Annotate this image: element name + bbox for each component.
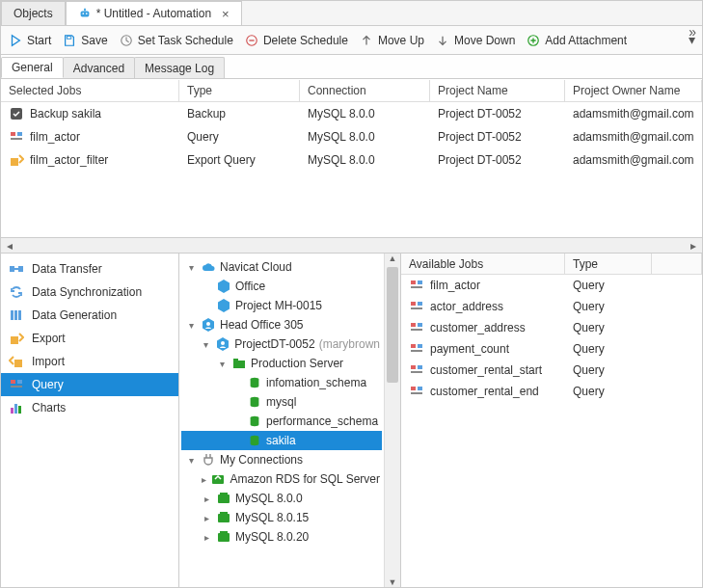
tree-node[interactable]: ▸MySQL 8.0.20 [181,527,382,547]
tree-node[interactable]: ▸MySQL 8.0.15 [181,508,382,527]
expand-icon[interactable]: ▾ [185,320,197,331]
server-icon [216,510,231,525]
tree-node[interactable]: infomation_schema [181,373,382,392]
category-label: Query [32,378,64,391]
save-button[interactable]: Save [63,34,107,47]
export-icon [9,331,24,346]
job-type: Backup [179,104,300,123]
col-connection[interactable]: Connection [300,80,430,101]
horizontal-scrollbar[interactable]: ◂ ▸ [1,237,702,254]
svg-rect-50 [411,344,416,348]
category-query[interactable]: Query [1,373,178,396]
expand-icon[interactable]: ▾ [185,455,197,466]
tree-node[interactable]: ▾Navicat Cloud [181,257,382,277]
expand-icon[interactable]: ▸ [201,513,212,523]
table-row[interactable]: film_actorQueryMySQL 8.0.0Project DT-005… [1,125,702,148]
list-item[interactable]: film_actorQuery [401,275,702,296]
add-attachment-button[interactable]: Add Attachment [527,34,627,47]
set-schedule-button[interactable]: Set Task Schedule [120,34,233,47]
available-jobs-panel: Available Jobs Type film_actorQueryactor… [401,254,702,587]
col-selected-jobs[interactable]: Selected Jobs [1,80,179,101]
svg-rect-18 [11,336,18,344]
svg-rect-28 [233,361,245,368]
tree-node[interactable]: Office [181,277,382,296]
tree-node[interactable]: ▸MySQL 8.0.0 [181,489,382,508]
list-item[interactable]: customer_rental_startQuery [401,360,702,381]
col-project-owner[interactable]: Project Owner Name [565,80,702,101]
tab-automation[interactable]: * Untitled - Automation × [66,1,242,25]
category-export[interactable]: Export [1,327,178,350]
category-label: Charts [32,401,66,414]
query-icon [409,384,424,399]
tree-label: Amazon RDS for SQL Server [230,472,380,486]
category-import[interactable]: Import [1,350,178,373]
tree-node[interactable]: Project MH-0015 [181,296,382,315]
gen-icon [9,307,24,323]
tree-node[interactable]: ▾ProjectDT-0052 (marybrown [181,334,382,354]
tree-node[interactable]: ▸Amazon RDS for SQL Server [181,469,382,489]
svg-rect-13 [10,266,14,272]
tree-node[interactable]: performance_schema [181,412,382,431]
tab-general[interactable]: General [1,57,64,78]
arrow-down-icon [436,34,449,47]
query-icon [409,278,424,293]
list-item[interactable]: customer_rental_endQuery [401,381,702,402]
col-type[interactable]: Type [179,80,300,101]
job-label: film_actor_filter [30,153,108,167]
save-label: Save [81,34,107,47]
tree-node[interactable]: ▾My Connections [181,450,382,469]
list-item[interactable]: customer_addressQuery [401,317,702,338]
tree-node[interactable]: sakila [181,431,382,450]
svg-rect-15 [11,310,14,320]
col-available-type[interactable]: Type [565,254,652,274]
tab-message-log[interactable]: Message Log [134,57,225,78]
svg-rect-56 [411,387,416,390]
scroll-left-icon[interactable]: ◂ [3,239,16,253]
job-owner: adamsmith@gmail.com [565,127,702,147]
category-data-generation[interactable]: Data Generation [1,304,178,327]
move-up-label: Move Up [378,34,424,47]
category-data-transfer[interactable]: Data Transfer [1,257,178,281]
tree-label: Head Office 305 [220,318,304,332]
toolbar-overflow-icon[interactable]: »▾ [689,28,696,43]
svg-rect-29 [233,359,238,361]
tree-node[interactable]: ▾Production Server [181,354,382,373]
move-down-button[interactable]: Move Down [436,34,515,47]
list-item[interactable]: payment_countQuery [401,338,702,360]
job-type: Export Query [179,150,300,170]
svg-rect-38 [220,512,228,515]
delete-schedule-button[interactable]: Delete Schedule [245,34,348,47]
expand-icon[interactable]: ▸ [201,474,206,485]
expand-icon[interactable]: ▾ [201,339,211,350]
close-icon[interactable]: × [222,7,230,21]
svg-rect-3 [84,9,86,12]
col-available-jobs[interactable]: Available Jobs [401,254,565,274]
expand-icon[interactable]: ▾ [216,359,228,369]
team-icon [201,317,216,333]
svg-rect-25 [18,406,21,414]
table-row[interactable]: film_actor_filterExport QueryMySQL 8.0.0… [1,148,702,172]
tab-advanced[interactable]: Advanced [63,57,135,78]
tab-objects[interactable]: Objects [1,1,66,25]
category-charts[interactable]: Charts [1,396,178,419]
expand-icon[interactable]: ▸ [201,494,212,504]
col-project-name[interactable]: Project Name [430,80,565,101]
start-label: Start [27,34,51,47]
vertical-scrollbar[interactable] [384,254,400,587]
plug-icon [201,452,216,468]
tree-label: Production Server [251,357,343,370]
scroll-right-icon[interactable]: ▸ [687,239,700,253]
list-item[interactable]: actor_addressQuery [401,296,702,317]
available-job-type: Query [565,298,652,315]
tree-node[interactable]: mysql [181,392,382,412]
expand-icon[interactable]: ▸ [201,532,212,543]
svg-rect-39 [218,533,230,542]
svg-point-1 [82,13,84,14]
tree-label: MySQL 8.0.15 [235,511,309,524]
move-up-button[interactable]: Move Up [360,34,424,47]
start-button[interactable]: Start [9,34,51,47]
table-row[interactable]: Backup sakilaBackupMySQL 8.0.0Project DT… [1,102,702,125]
expand-icon[interactable]: ▾ [185,262,197,273]
tree-node[interactable]: ▾Head Office 305 [181,315,382,334]
category-data-synchronization[interactable]: Data Synchronization [1,281,178,304]
